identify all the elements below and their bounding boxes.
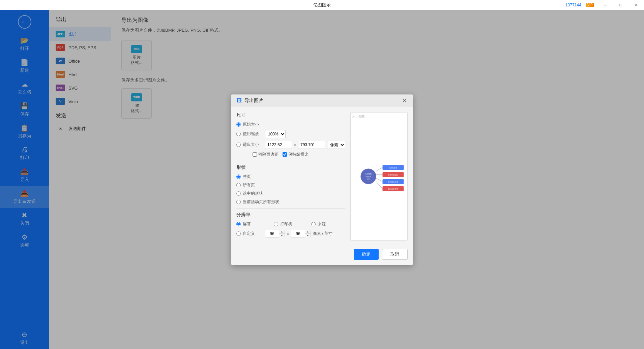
- fit-size-label[interactable]: 适应大小: [243, 142, 263, 148]
- dialog-title-icon: 🖼: [236, 98, 242, 104]
- remove-margin-label[interactable]: 移除页边距: [253, 152, 279, 157]
- svg-line-7: [376, 182, 383, 189]
- dpi-y-input[interactable]: [291, 230, 305, 237]
- use-scale-group: 使用缩放 100% 50% 75% 150% 200%: [236, 130, 345, 138]
- printer-radio[interactable]: [274, 222, 278, 226]
- fit-size-radio[interactable]: [236, 142, 241, 147]
- shape-section-label: 形状: [236, 164, 345, 170]
- svg-line-4: [376, 167, 383, 171]
- custom-dpi-group: 自定义 ▲ ▼ x ▲ ▼: [236, 230, 345, 238]
- selected-shapes-group: 选中的形状: [236, 191, 345, 196]
- x-separator: x: [294, 142, 296, 147]
- vip-badge: VIP: [586, 3, 594, 7]
- dpi-unit-label: 像素 / 英寸: [313, 231, 332, 236]
- all-pages-radio[interactable]: [236, 174, 241, 179]
- keep-ratio-label[interactable]: 保持纵横比: [283, 152, 309, 157]
- original-size-radio[interactable]: [236, 122, 241, 127]
- custom-dpi-label[interactable]: 自定义: [243, 231, 263, 236]
- dialog-header: 🖼 导出图片 ✕: [231, 95, 413, 107]
- original-size-label[interactable]: 原始大小: [243, 122, 263, 127]
- current-page-group: 当前活动页所有形状: [236, 199, 345, 205]
- use-scale-label[interactable]: 使用缩放: [243, 131, 263, 137]
- svg-line-6: [376, 178, 383, 182]
- selected-shapes-radio[interactable]: [236, 191, 241, 196]
- app-title: 亿图图示: [313, 2, 331, 8]
- all-pages-group: 整页: [236, 174, 345, 180]
- dpi-x-up[interactable]: ▲: [279, 230, 285, 234]
- titlebar-controls: 1377144... VIP ─ □ ✕: [565, 0, 644, 10]
- dialog-settings: 尺寸 原始大小 使用缩放 100% 50% 75% 150% 200%: [236, 112, 345, 241]
- svg-text:亚太快速崛起: 亚太快速崛起: [388, 174, 398, 176]
- restore-button[interactable]: □: [613, 0, 628, 10]
- confirm-button[interactable]: 确定: [354, 249, 379, 260]
- height-input[interactable]: [298, 141, 325, 149]
- dpi-y-up[interactable]: ▲: [305, 230, 311, 234]
- svg-text:产业发展: 产业发展: [366, 176, 371, 177]
- selected-shapes-label[interactable]: 选中的形状: [243, 191, 263, 196]
- resolution-options-group: 屏幕 打印机 来源: [236, 221, 345, 227]
- scale-select[interactable]: 100% 50% 75% 150% 200%: [265, 130, 286, 138]
- size-section-label: 尺寸: [236, 112, 345, 118]
- dpi-y-stepper: ▲ ▼: [291, 230, 311, 238]
- every-page-group: 所有页: [236, 182, 345, 188]
- screen-label[interactable]: 屏幕: [243, 221, 263, 227]
- minimize-button[interactable]: ─: [597, 0, 613, 10]
- dpi-x-input[interactable]: [265, 230, 279, 237]
- custom-dpi-radio[interactable]: [236, 231, 241, 236]
- preview-diagram: 人工智能 产业发展 格局 北美为主导 亚太快速崛起: [351, 113, 407, 240]
- export-image-dialog: 🖼 导出图片 ✕ 尺寸 原始大小 使用缩放 100%: [231, 94, 413, 265]
- printer-label[interactable]: 打印机: [280, 221, 300, 227]
- resolution-section-label: 分辨率: [236, 212, 345, 218]
- divider-2: [236, 208, 345, 209]
- screen-radio[interactable]: [236, 222, 241, 226]
- dpi-x-stepper: ▲ ▼: [265, 230, 285, 238]
- fit-size-group: 适应大小 x 像素 英寸 毫米: [236, 141, 345, 149]
- titlebar: 亿图图示 1377144... VIP ─ □ ✕: [0, 0, 644, 10]
- dialog-preview: 人工智能 人工智能 产业发展 格局 北美为主: [350, 112, 408, 241]
- svg-text:欧洲稳步发展: 欧洲稳步发展: [388, 181, 398, 183]
- keep-ratio-checkbox[interactable]: [283, 152, 287, 157]
- source-radio[interactable]: [311, 222, 316, 226]
- dialog-title-text: 导出图片: [244, 98, 263, 104]
- remove-margin-checkbox[interactable]: [253, 152, 257, 157]
- svg-text:人工智能: 人工智能: [365, 173, 372, 175]
- dpi-x-stepper-btns: ▲ ▼: [279, 230, 285, 238]
- every-page-label[interactable]: 所有页: [243, 182, 263, 188]
- original-size-group: 原始大小: [236, 122, 345, 127]
- username: 1377144...: [565, 3, 585, 7]
- width-input[interactable]: [265, 141, 292, 149]
- divider-1: [236, 161, 345, 161]
- dpi-separator: x: [287, 231, 289, 236]
- dpi-y-down[interactable]: ▼: [305, 234, 311, 238]
- current-page-radio[interactable]: [236, 200, 241, 204]
- use-scale-radio[interactable]: [236, 132, 241, 136]
- dialog-title: 🖼 导出图片: [236, 98, 263, 104]
- dpi-x-down[interactable]: ▼: [279, 234, 285, 238]
- current-page-shapes-label[interactable]: 当前活动页所有形状: [243, 199, 279, 205]
- preview-wrap: 人工智能 人工智能 产业发展 格局 北美为主: [351, 113, 407, 240]
- svg-text:格局: 格局: [367, 178, 370, 180]
- svg-text:北美为主导: 北美为主导: [389, 167, 398, 169]
- all-pages-label[interactable]: 整页: [243, 174, 263, 180]
- svg-text:其他地区跟进: 其他地区跟进: [388, 188, 398, 190]
- cancel-button[interactable]: 取消: [382, 249, 408, 260]
- dialog-body: 尺寸 原始大小 使用缩放 100% 50% 75% 150% 200%: [231, 107, 413, 246]
- dialog-overlay: 🖼 导出图片 ✕ 尺寸 原始大小 使用缩放 100%: [0, 10, 644, 349]
- every-page-radio[interactable]: [236, 183, 241, 187]
- dialog-close-button[interactable]: ✕: [401, 97, 408, 104]
- user-info: 1377144... VIP: [565, 3, 594, 7]
- source-label[interactable]: 来源: [318, 221, 338, 227]
- unit-select[interactable]: 像素 英寸 毫米: [327, 141, 345, 149]
- dpi-y-stepper-btns: ▲ ▼: [305, 230, 311, 238]
- dialog-footer: 确定 取消: [231, 246, 413, 265]
- margin-ratio-row: 移除页边距 保持纵横比: [242, 152, 345, 157]
- preview-label: 人工智能: [352, 114, 364, 119]
- close-button[interactable]: ✕: [628, 0, 644, 10]
